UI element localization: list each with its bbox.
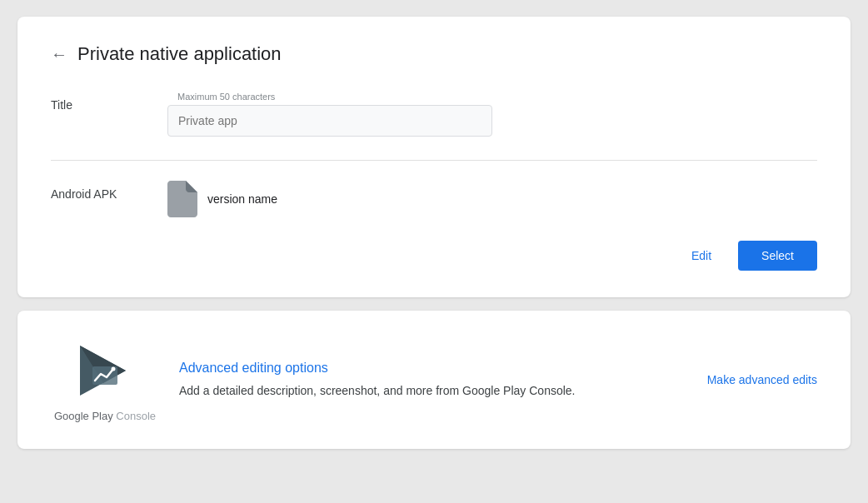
google-play-logo: Google Play Console — [51, 337, 159, 422]
advanced-title: Advanced editing options — [179, 361, 667, 376]
back-arrow-icon[interactable]: ← — [51, 45, 67, 64]
divider — [51, 160, 817, 161]
page-title: Private native application — [77, 43, 282, 65]
apk-form-row: Android APK version name — [51, 181, 817, 217]
title-hint: Maximum 50 characters — [167, 92, 492, 102]
advanced-desc: Add a detailed description, screenshot, … — [179, 382, 667, 400]
edit-button[interactable]: Edit — [678, 242, 725, 269]
apk-label: Android APK — [51, 181, 167, 201]
apk-file-icon — [167, 181, 197, 217]
apk-row: version name — [167, 181, 277, 217]
svg-point-4 — [112, 367, 116, 371]
make-advanced-edits-button[interactable]: Make advanced edits — [707, 373, 817, 386]
title-form-row: Title Maximum 50 characters — [51, 92, 817, 137]
page-wrapper: ← Private native application Title Maxim… — [17, 17, 851, 449]
title-input-wrapper: Maximum 50 characters — [167, 92, 492, 137]
advanced-content: Advanced editing options Add a detailed … — [179, 361, 667, 400]
title-input[interactable] — [167, 105, 492, 137]
google-play-console-text: Google Play Console — [54, 409, 156, 422]
card-actions: Edit Select — [51, 241, 817, 271]
console-text: Console — [116, 410, 156, 422]
google-play-console-icon — [72, 337, 138, 404]
google-play-text: Google Play — [54, 410, 116, 422]
version-name-text: version name — [207, 192, 277, 206]
card-native-app: ← Private native application Title Maxim… — [17, 17, 851, 297]
card-advanced: Google Play Console Advanced editing opt… — [17, 311, 851, 449]
title-label: Title — [51, 92, 167, 112]
select-button[interactable]: Select — [738, 241, 817, 271]
card-header: ← Private native application — [51, 43, 817, 65]
